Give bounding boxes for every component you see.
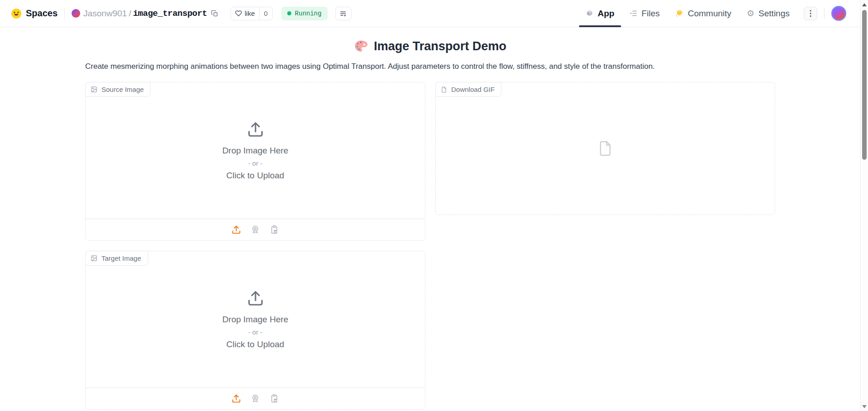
status-label: Running: [295, 10, 322, 17]
navbar-divider: [824, 8, 825, 19]
webcam-source-button[interactable]: [249, 392, 261, 405]
like-label: like: [245, 10, 255, 17]
logs-icon: [339, 10, 347, 18]
scrollbar-thumb[interactable]: [862, 10, 867, 160]
app-description: Create mesmerizing morphing animations b…: [85, 62, 775, 71]
file-tree-icon: [630, 10, 637, 17]
gradio-app: Image Transport Demo Create mesmerizing …: [85, 27, 775, 410]
heart-icon: [235, 10, 242, 17]
scroll-up-arrow[interactable]: [862, 3, 867, 6]
user-avatar[interactable]: [831, 6, 846, 21]
tab-settings-label: Settings: [758, 9, 790, 19]
app-title-row: Image Transport Demo: [85, 39, 775, 53]
target-image-source-selector: [86, 387, 425, 409]
huggingface-home-link[interactable]: Spaces: [11, 8, 58, 19]
tab-app[interactable]: App: [578, 0, 622, 27]
upload-source-button[interactable]: [230, 224, 242, 236]
download-gif-component: Download GIF: [435, 82, 775, 215]
or-text: - or -: [248, 328, 263, 336]
input-column: Source Image Drop Image Here - or - Clic…: [85, 82, 425, 410]
click-to-upload-text: Click to Upload: [227, 339, 285, 349]
output-column: Download GIF: [435, 82, 775, 215]
author-name: Jasonw901: [83, 9, 127, 19]
webcam-source-button[interactable]: [249, 224, 261, 236]
vertical-scrollbar[interactable]: [860, 0, 868, 411]
path-separator: /: [129, 9, 131, 19]
page-title: Image Transport Demo: [374, 39, 506, 53]
navbar-divider: [64, 8, 65, 19]
paste-source-button[interactable]: [268, 392, 280, 405]
download-gif-label-text: Download GIF: [451, 86, 495, 93]
author-avatar: [72, 9, 80, 18]
target-image-upload-area[interactable]: Drop Image Here - or - Click to Upload: [86, 251, 425, 388]
paste-source-button[interactable]: [268, 224, 280, 236]
navbar: Spaces Jasonw901 / image_transport like …: [0, 0, 868, 27]
kebab-menu-icon: ⋮: [807, 9, 815, 18]
huggingface-logo-icon: [11, 8, 22, 19]
copy-icon: [211, 10, 218, 17]
upload-icon: [247, 121, 264, 138]
logs-button[interactable]: [335, 7, 352, 20]
file-icon: [441, 86, 447, 93]
status-dot-icon: [287, 11, 291, 15]
tab-app-label: App: [598, 9, 614, 19]
image-icon: [91, 86, 97, 93]
target-image-label: Target Image: [85, 251, 148, 266]
space-author-link[interactable]: Jasonw901: [72, 9, 127, 19]
target-image-component: Target Image Drop Image Here - or - Clic…: [85, 251, 425, 410]
palette-icon: [354, 39, 368, 53]
tab-settings[interactable]: ⚙ Settings: [739, 0, 797, 27]
source-image-upload-area[interactable]: Drop Image Here - or - Click to Upload: [86, 82, 425, 219]
app-grid: Source Image Drop Image Here - or - Clic…: [85, 82, 775, 410]
source-image-label: Source Image: [85, 82, 150, 97]
copy-repo-name-button[interactable]: [211, 10, 218, 17]
tab-files[interactable]: Files: [622, 0, 667, 27]
image-icon: [91, 255, 97, 262]
space-tabs: App Files Community ⚙ Settings: [578, 0, 797, 27]
gear-icon: ⚙: [747, 9, 754, 18]
drop-image-text: Drop Image Here: [222, 146, 289, 156]
like-button[interactable]: like 0: [231, 7, 273, 20]
tab-community[interactable]: Community: [667, 0, 739, 27]
upload-source-button[interactable]: [230, 392, 242, 405]
empty-file-icon: [597, 140, 613, 157]
source-image-source-selector: [86, 219, 425, 240]
download-gif-label: Download GIF: [435, 82, 502, 97]
space-repo-link[interactable]: image_transport: [133, 9, 207, 19]
cube-icon: [586, 10, 593, 17]
drop-image-text: Drop Image Here: [222, 315, 289, 325]
tab-community-label: Community: [688, 9, 731, 19]
or-text: - or -: [248, 159, 263, 167]
tab-files-label: Files: [641, 9, 660, 19]
status-badge[interactable]: Running: [281, 7, 328, 20]
like-count[interactable]: 0: [259, 7, 272, 20]
scroll-down-arrow[interactable]: [862, 405, 867, 408]
overflow-menu-button[interactable]: ⋮: [804, 7, 817, 20]
brand-label: Spaces: [26, 8, 58, 19]
upload-icon: [247, 290, 264, 307]
source-image-label-text: Source Image: [101, 86, 144, 93]
waving-hand-icon: [675, 9, 684, 18]
source-image-component: Source Image Drop Image Here - or - Clic…: [85, 82, 425, 241]
click-to-upload-text: Click to Upload: [227, 171, 285, 181]
target-image-label-text: Target Image: [101, 254, 141, 262]
